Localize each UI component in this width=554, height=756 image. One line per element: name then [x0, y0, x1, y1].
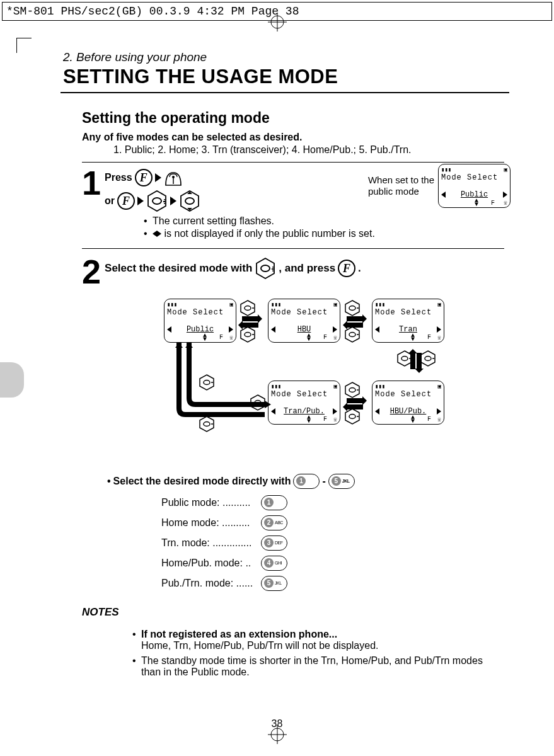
preflight-header-text: *SM-801 PHS/sec2(GB) 00.3.9 4:32 PM Page…: [6, 5, 299, 18]
step-1: 1 Press F or F The current setting flash…: [82, 168, 504, 241]
key-1-icon: 1: [293, 474, 320, 489]
notes-section: NOTES If not registered as an extension …: [82, 606, 504, 678]
direct-label: Trn. mode: ..............: [161, 537, 261, 549]
step2-text-c: .: [358, 262, 361, 275]
step1-top-rule: [82, 162, 504, 163]
direct-label: Home mode: ..........: [161, 517, 261, 529]
step-2: 2 Select the desired mode with , and pre…: [82, 256, 504, 287]
direct-item: Public mode: ..........1: [161, 495, 504, 510]
or-label: or: [105, 195, 115, 207]
arrow-right-icon: [137, 197, 144, 205]
notes-heading: NOTES: [82, 606, 504, 619]
direct-select-block: • Select the desired mode directly with …: [107, 474, 504, 591]
updown-icon: ▲▼: [475, 199, 478, 207]
antenna-small-icon: ☏: [504, 199, 507, 207]
left-arrow-icon: [153, 231, 157, 237]
note-1-bold: If not registered as an extension phone.…: [141, 629, 337, 639]
arrow-vert-bidir-icon: [407, 352, 425, 370]
lcd-hbupub: ▮▮▮▣ Mode Select HBU/Pub. ▲▼ F ☏: [372, 381, 444, 425]
note-1-body: Home, Trn, Home/Pub, Pub/Trn will not be…: [141, 640, 378, 651]
note-1: If not registered as an extension phone.…: [132, 629, 504, 651]
intro-bold: Any of five modes can be selected as des…: [82, 132, 504, 143]
key-1-icon: 1: [261, 495, 287, 510]
lcd-value: Public: [171, 325, 229, 334]
svg-marker-18: [185, 343, 193, 348]
mode-flow-diagram: ▮▮▮▣ Mode Select Public ▲▼ F ☏ ▮▮▮▣ Mode…: [158, 299, 485, 462]
lcd-public: ▮▮▮▣ Mode Select Public ▲▼ F ☏: [164, 299, 236, 343]
step2-text-b: , and press: [279, 262, 335, 275]
lcd-title: Mode Select: [375, 308, 441, 317]
lcd-value: Tran/Pub.: [275, 407, 333, 416]
nav-key-updown-icon: [179, 190, 200, 212]
thumb-tab: [0, 362, 24, 398]
direct-label: Pub./Trn. mode: ......: [161, 578, 261, 589]
key-5-icon: 5JKL: [328, 474, 355, 489]
crop-mark-bottom: [268, 725, 287, 747]
crop-mark-top: [268, 13, 287, 34]
right-arrow-icon: [157, 231, 161, 237]
lcd-value: HBU/Pub.: [379, 407, 437, 416]
key-4-icon: 4GHI: [261, 556, 287, 571]
direct-item: Home/Pub. mode: ..4GHI: [161, 556, 504, 571]
lcd-title: Mode Select: [167, 308, 233, 317]
arrow-right-icon: [155, 173, 161, 182]
lcd-title: Mode Select: [271, 390, 337, 399]
step-number-2: 2: [82, 256, 101, 287]
arrow-l-path: [170, 343, 271, 437]
press-label: Press: [105, 172, 132, 183]
lcd-title: Mode Select: [375, 390, 441, 399]
note-2: The standby mode time is shorter in the …: [132, 655, 504, 678]
direct-title-text: Select the desired mode directly with: [113, 476, 291, 487]
right-arrow-icon: [503, 192, 507, 198]
key-3-icon: 3DEF: [261, 536, 287, 551]
f-key-icon: F: [338, 260, 355, 277]
step-number-1: 1: [82, 168, 101, 198]
page-title: SETTING THE USAGE MODE: [63, 66, 504, 88]
lcd-value: Tran: [379, 325, 437, 334]
direct-label: Home/Pub. mode: ..: [161, 558, 261, 569]
nav-key-icon: [146, 190, 168, 212]
side-text-2: public mode: [368, 186, 419, 197]
step-separator: [82, 248, 504, 249]
nav-key-icon: [255, 258, 276, 279]
signal-icon: ▮▮▮: [441, 166, 451, 173]
subheading: Setting the operating mode: [82, 110, 504, 127]
direct-label: Public mode: ..........: [161, 497, 261, 508]
key-2-icon: 2ABC: [261, 515, 287, 530]
arrow-bidir-icon: [345, 394, 364, 413]
f-key-icon: F: [135, 169, 153, 186]
lcd-title: Mode Select: [441, 173, 507, 182]
step1-bullet-1: The current setting flashes.: [144, 215, 504, 227]
left-arrow-icon: [441, 192, 446, 198]
lcd-title: Mode Select: [271, 308, 337, 317]
direct-item: Trn. mode: ..............3DEF: [161, 536, 504, 551]
step1-bullet-2: is not displayed if only the public numb…: [144, 228, 504, 239]
direct-dash: -: [322, 476, 325, 487]
svg-marker-17: [265, 401, 271, 408]
svg-marker-19: [175, 343, 183, 348]
corner-mark: [16, 38, 32, 53]
title-rule: [61, 92, 509, 93]
step2-text-a: Select the desired mode with: [105, 262, 252, 275]
lcd-value: HBU: [275, 325, 333, 334]
lcd-f: F: [491, 200, 495, 207]
intro-list: 1. Public; 2. Home; 3. Trn (transceiver)…: [113, 144, 504, 156]
arrow-bidir-icon: [345, 312, 364, 331]
side-text-1: When set to the: [368, 175, 434, 185]
chapter-label: 2. Before using your phone: [63, 50, 504, 64]
lcd-tran: ▮▮▮▣ Mode Select Tran ▲▼ F ☏: [372, 299, 444, 343]
side-screen-callout: When set to the public mode ▮▮▮▣ Mode Se…: [368, 164, 511, 208]
f-key-icon: F: [117, 192, 135, 210]
step1-bullet-2-text: is not displayed if only the public numb…: [164, 228, 375, 239]
lcd-tranpub: ▮▮▮▣ Mode Select Tran/Pub. ▲▼ F ☏: [268, 381, 340, 425]
arrow-bidir-icon: [241, 312, 260, 331]
direct-item: Home mode: ..........2ABC: [161, 515, 504, 530]
key-5-icon: 5JKL: [261, 576, 287, 591]
lcd-hbu: ▮▮▮▣ Mode Select HBU ▲▼ F ☏: [268, 299, 340, 343]
battery-icon: ▣: [504, 166, 507, 173]
lcd-public: ▮▮▮▣ Mode Select Public ▲▼ F ☏: [438, 164, 511, 208]
direct-item: Pub./Trn. mode: ......5JKL: [161, 576, 504, 591]
arrow-right-icon: [170, 197, 176, 205]
antenna-key-icon: [164, 169, 183, 186]
